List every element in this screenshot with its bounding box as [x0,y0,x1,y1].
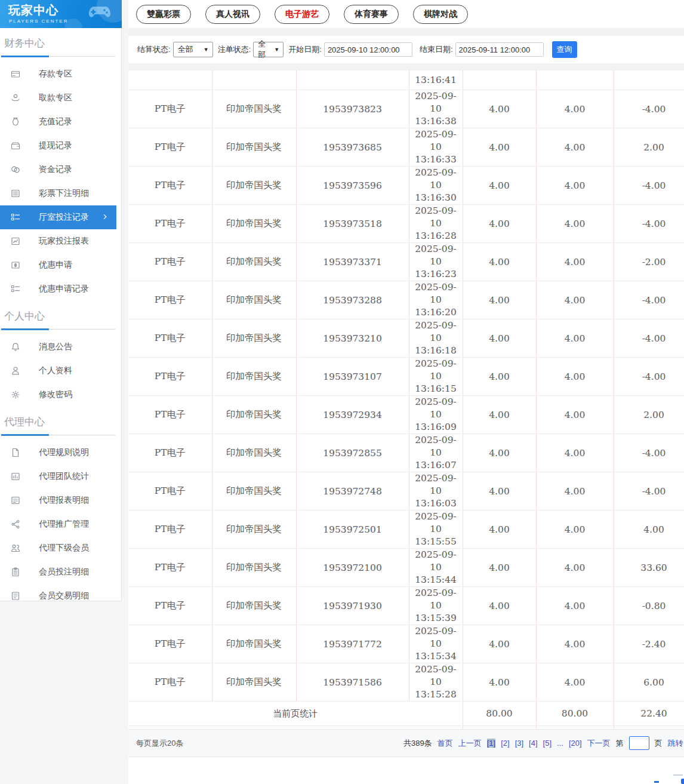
money-bag-icon [11,117,20,127]
valid-amount-cell [536,70,614,90]
page-link-1[interactable]: [1] [487,739,495,748]
per-page-label: 每页显示20条 [136,730,183,757]
game-cell [212,70,296,90]
page-link-4[interactable]: [4] [529,739,537,748]
time-cell: 2025-09-1013:16:18 [409,319,463,358]
sidebar-item-代理团队统计[interactable]: 代理团队统计 [0,465,121,488]
win-loss-cell: -4.00 [614,281,684,319]
bet-no-cell: 1953972501 [296,511,409,549]
valid-amount-cell: 4.00 [536,396,614,434]
table-row: PT电子印加帝国头奖19539733712025-09-1013:16:234.… [128,243,684,281]
bet-no-cell: 1953972100 [296,549,409,587]
game-cell: 印加帝国头奖 [212,128,296,167]
chevron-down-icon: ▼ [274,47,279,53]
prev-page-link[interactable]: 上一页 [458,738,482,749]
sidebar-item-label: 玩家投注报表 [39,236,89,247]
sidebar-item-个人资料[interactable]: 个人资料 [0,359,121,383]
bet-no-cell: 1953973107 [296,358,409,396]
search-button[interactable]: 查询 [552,41,577,58]
valid-amount-cell: 4.00 [536,205,614,243]
valid-amount-cell: 4.00 [536,167,614,205]
end-date-label: 结束日期: [420,44,453,55]
sidebar-item-label: 代理规则说明 [39,447,89,458]
tab-体育赛事[interactable]: 体育赛事 [344,5,399,24]
tab-电子游艺[interactable]: 电子游艺 [275,5,329,24]
sidebar-item-代理下级会员[interactable]: 代理下级会员 [0,536,121,560]
sidebar-item-代理推广管理[interactable]: 代理推广管理 [0,512,121,536]
app-subtitle: PLAYERS CENTER [9,19,68,24]
valid-amount-cell: 4.00 [536,587,614,625]
valid-amount-cell: 4.00 [536,663,614,702]
platform-cell: PT电子 [128,663,212,702]
sidebar-section-title: 个人中心 [0,301,121,323]
win-loss-cell [614,70,684,90]
time-cell: 2025-09-1013:16:20 [409,281,463,319]
table-row-clipped: 13:16:41 [128,70,684,90]
end-date-input[interactable] [455,42,544,57]
valid-amount-cell: 4.00 [536,472,614,511]
tab-雙贏彩票[interactable]: 雙贏彩票 [136,5,191,24]
sidebar-item-厅室投注记录[interactable]: 厅室投注记录 [0,205,116,229]
bet-no-cell: 1953972934 [296,396,409,434]
jump-prefix-label: 第 [616,738,624,749]
sidebar-item-充值记录[interactable]: 充值记录 [0,110,121,134]
page-link-3[interactable]: [3] [515,739,523,748]
filter-bar: 结算状态: 全部 ▼ 注单状态: 全部 ▼ 开始日期: 结束日期: 查询 [128,36,684,63]
game-cell: 印加帝国头奖 [212,396,296,434]
platform-cell: PT电子 [128,396,212,434]
table-row: PT电子印加帝国头奖19539719302025-09-1013:15:394.… [128,587,684,625]
tab-真人视讯[interactable]: 真人视讯 [205,5,260,24]
first-page-link[interactable]: 首页 [437,738,453,749]
sidebar-item-label: 代理团队统计 [39,471,89,482]
tab-棋牌对战[interactable]: 棋牌对战 [413,5,468,24]
valid-amount-cell: 4.00 [536,319,614,358]
chevron-down-icon: ▼ [204,47,209,53]
sidebar-item-资金记录[interactable]: 资金记录 [0,158,121,182]
valid-amount-cell: 4.00 [536,625,614,663]
amount-cell: 4.00 [463,243,536,281]
page-link-2[interactable]: [2] [501,739,509,748]
sidebar-item-取款专区[interactable]: 取款专区 [0,86,121,110]
start-date-input[interactable] [324,42,412,57]
sidebar-item-代理规则说明[interactable]: 代理规则说明 [0,441,121,465]
sidebar-item-会员交易明细[interactable]: 会员交易明细 [0,584,121,608]
win-loss-cell: -4.00 [614,358,684,396]
jump-page-input[interactable] [629,736,649,750]
next-page-link[interactable]: 下一页 [587,738,611,749]
sidebar-item-存款专区[interactable]: 存款专区 [0,62,121,86]
sidebar-item-会员投注明细[interactable]: 会员投注明细 [0,560,121,584]
page-summary-valid: 80.00 [536,702,614,726]
page-link-5[interactable]: [5] [543,739,551,748]
page-summary-row: 当前页统计 80.00 80.00 22.40 [128,702,684,726]
sidebar-item-代理报表明细[interactable]: 代理报表明细 [0,488,121,512]
sidebar-item-修改密码[interactable]: 修改密码 [0,383,121,407]
amount-cell: 4.00 [463,472,536,511]
sidebar-item-label: 彩票下注明细 [39,188,89,199]
settle-status-select[interactable]: 全部 ▼ [173,42,213,57]
sidebar-item-label: 优惠申请 [39,260,72,270]
valid-amount-cell: 4.00 [536,358,614,396]
bank-card-icon [11,69,20,79]
sidebar-item-label: 代理下级会员 [39,543,89,554]
page-link-20[interactable]: [20] [569,739,582,748]
amount-cell: 4.00 [463,511,536,549]
sidebar-item-玩家投注报表[interactable]: 玩家投注报表 [0,229,121,253]
sidebar-item-提现记录[interactable]: 提现记录 [0,134,121,158]
platform-cell: PT电子 [128,625,212,663]
clipboard-icon [11,567,20,577]
time-cell: 13:16:41 [409,70,463,90]
sidebar-item-彩票下注明细[interactable]: 彩票下注明细 [0,182,121,205]
win-loss-cell: -4.00 [614,434,684,472]
sidebar-item-优惠申请记录[interactable]: 优惠申请记录 [0,277,121,301]
time-cell: 2025-09-1013:16:07 [409,434,463,472]
order-status-select[interactable]: 全部 ▼ [253,42,284,57]
page-summary-result: 22.40 [614,702,684,726]
sidebar-item-消息公告[interactable]: 消息公告 [0,335,121,359]
sidebar-item-优惠申请[interactable]: 优惠申请 [0,253,121,277]
platform-cell: PT电子 [128,128,212,167]
game-cell: 印加帝国头奖 [212,549,296,587]
amount-cell: 4.00 [463,90,536,128]
win-loss-cell: -0.80 [614,587,684,625]
jump-button[interactable]: 跳转 [668,738,683,749]
bet-no-cell [296,70,409,90]
